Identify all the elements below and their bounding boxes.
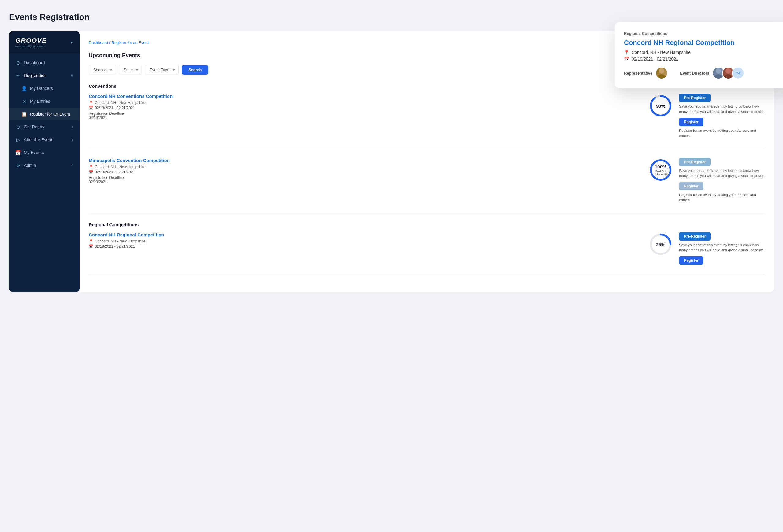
regional-section-title: Regional Competitions	[89, 222, 765, 227]
sidebar-collapse-button[interactable]: «	[71, 40, 73, 45]
sidebar-item-register-event[interactable]: 📋 Register for an Event	[9, 108, 80, 121]
sidebar-item-dashboard[interactable]: ⊙ Dashboard	[9, 56, 80, 69]
search-button[interactable]: Search	[182, 65, 208, 75]
event-directors-label: Event Directors	[680, 71, 709, 75]
state-select[interactable]: State	[119, 65, 142, 75]
after-event-icon: ▷	[15, 137, 21, 142]
representative-avatar-stack	[655, 67, 668, 79]
register-button[interactable]: Register	[679, 256, 703, 265]
directors-more-count: +3	[732, 67, 744, 79]
event-dates: 📅 02/19/2021 - 02/21/2021	[89, 244, 642, 248]
svg-point-10	[725, 68, 731, 74]
register-button[interactable]: Register	[679, 118, 703, 126]
event-info: Concord NH Conventions Competition 📍 Con…	[89, 94, 642, 120]
popup-section-label: Regional Competitions	[624, 31, 783, 36]
svg-point-6	[659, 68, 664, 74]
breadcrumb-current: Register for an Event	[111, 40, 149, 45]
event-location: 📍 Concord, NH - New Hampshire	[89, 239, 642, 243]
progress-circle-100: 100% Sold Out Call for Waitlist	[649, 158, 673, 182]
pre-register-button[interactable]: Pre-Register	[679, 232, 711, 241]
register-desc: Register for an event by adding your dan…	[679, 192, 765, 203]
sidebar-nav: ⊙ Dashboard ✏ Registration ∨ 👤 My Dancer…	[9, 53, 80, 175]
popup-event-name[interactable]: Concord NH Regional Competition	[624, 39, 783, 47]
entries-icon: ⊠	[22, 98, 27, 104]
sidebar-item-label: My Entries	[30, 99, 50, 104]
popup-card: Regional Competitions Concord NH Regiona…	[615, 22, 783, 88]
chevron-right-icon: ›	[72, 163, 73, 168]
svg-point-7	[657, 74, 666, 79]
sidebar-item-label: My Events	[24, 150, 44, 155]
event-info: Concord NH Regional Competition 📍 Concor…	[89, 232, 642, 250]
sidebar-item-label: Get Ready	[24, 125, 44, 129]
dashboard-icon: ⊙	[15, 60, 21, 65]
sidebar-item-my-events[interactable]: 📅 My Events	[9, 146, 80, 159]
sidebar-item-label: Register for an Event	[30, 111, 70, 117]
location-icon: 📍	[624, 50, 629, 55]
svg-point-9	[714, 74, 723, 79]
calendar-icon: 📅	[89, 244, 93, 248]
popup-dates: 📅 02/19/2021 - 02/21/2021	[624, 57, 783, 62]
directors-avatar-stack: +3	[712, 67, 744, 79]
season-select[interactable]: Season	[89, 65, 116, 75]
calendar-icon: 📅	[89, 170, 93, 174]
event-card-minneapolis: Minneapolis Convention Competition 📍 Con…	[89, 158, 765, 213]
registration-icon: ✏	[15, 73, 21, 78]
action-area-concord-conventions: Pre-Register Save your spot at this even…	[679, 94, 765, 141]
event-dates: 📅 02/19/2021 - 02/21/2021	[89, 170, 642, 174]
sidebar-item-admin[interactable]: ⚙ Admin ›	[9, 159, 80, 172]
pre-register-desc: Save your spot at this event by letting …	[679, 104, 765, 115]
register-icon: 📋	[22, 111, 27, 117]
svg-point-8	[716, 68, 721, 74]
pre-register-desc: Save your spot at this event by letting …	[679, 242, 765, 253]
sidebar-item-after-event[interactable]: ▷ After the Event ›	[9, 133, 80, 146]
register-button[interactable]: Register	[679, 182, 703, 191]
reg-deadline: Registration Deadline 02/19/2021	[89, 175, 642, 184]
location-icon: 📍	[89, 165, 93, 169]
admin-icon: ⚙	[15, 163, 21, 168]
sidebar-item-label: My Dancers	[30, 86, 53, 91]
sidebar-item-registration[interactable]: ✏ Registration ∨	[9, 69, 80, 82]
sidebar: GROOVE inspired by passion « ⊙ Dashboard…	[9, 31, 80, 292]
register-desc: Register for an event by adding your dan…	[679, 128, 765, 139]
sold-out-label: Sold Out	[655, 170, 666, 173]
event-info: Minneapolis Convention Competition 📍 Con…	[89, 158, 642, 184]
event-name[interactable]: Minneapolis Convention Competition	[89, 158, 642, 163]
event-card-concord-regional: Concord NH Regional Competition 📍 Concor…	[89, 232, 765, 274]
popup-people-row: Representative Event Directors	[624, 67, 783, 79]
event-name[interactable]: Concord NH Regional Competition	[89, 232, 642, 237]
location-icon: 📍	[89, 239, 93, 243]
chevron-down-icon: ∨	[71, 73, 73, 78]
progress-label: 25%	[656, 242, 665, 247]
progress-circle-25: 25%	[649, 232, 673, 257]
sidebar-logo: GROOVE inspired by passion «	[9, 31, 80, 53]
sidebar-item-my-dancers[interactable]: 👤 My Dancers	[9, 82, 80, 95]
logo-text: GROOVE	[15, 37, 47, 44]
sidebar-item-get-ready[interactable]: ⊙ Get Ready ›	[9, 121, 80, 133]
event-directors-group: Event Directors +3	[680, 67, 744, 79]
page-title: Events Registration	[9, 12, 774, 22]
location-icon: 📍	[89, 101, 93, 105]
pre-register-button[interactable]: Pre-Register	[679, 94, 711, 102]
svg-point-11	[724, 74, 732, 79]
sidebar-item-my-entries[interactable]: ⊠ My Entries	[9, 95, 80, 108]
representative-avatar	[655, 67, 668, 79]
dancers-icon: 👤	[22, 86, 27, 91]
calendar-icon: 📅	[89, 106, 93, 110]
event-location: 📍 Concord, NH - New Hampshire	[89, 165, 642, 169]
waitlist-label: Call for Waitlist	[652, 173, 670, 176]
get-ready-icon: ⊙	[15, 124, 21, 130]
my-events-icon: 📅	[15, 150, 21, 155]
event-type-select[interactable]: Event Type	[145, 65, 179, 75]
chevron-right-icon: ›	[72, 125, 73, 129]
sidebar-item-label: Registration	[24, 73, 47, 78]
representative-label: Representative	[624, 71, 652, 75]
pre-register-button[interactable]: Pre-Register	[679, 158, 711, 166]
breadcrumb-home[interactable]: Dashboard	[89, 40, 108, 45]
action-area-minneapolis: Pre-Register Save your spot at this even…	[679, 158, 765, 206]
event-name[interactable]: Concord NH Conventions Competition	[89, 94, 642, 99]
action-area-concord-regional: Pre-Register Save your spot at this even…	[679, 232, 765, 267]
chevron-right-icon: ›	[72, 138, 73, 142]
progress-circle-90: 90%	[649, 94, 673, 118]
pre-register-desc: Save your spot at this event by letting …	[679, 168, 765, 179]
progress-label: 100%	[655, 164, 666, 169]
